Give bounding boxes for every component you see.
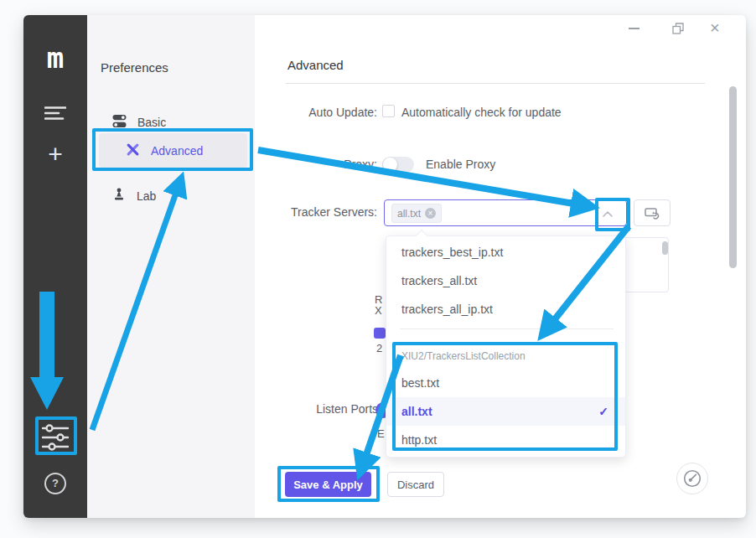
- proxy-toggle-label: Enable Proxy: [426, 158, 495, 171]
- dropdown-divider: [400, 328, 614, 329]
- dropdown-item[interactable]: best.txt: [386, 369, 625, 397]
- update-trackers-button[interactable]: [634, 199, 671, 226]
- tag-label: all.txt: [397, 208, 421, 220]
- auto-update-label: Auto Update:: [225, 106, 377, 119]
- auto-update-checkbox[interactable]: [382, 105, 395, 117]
- sidebar-item-label: Advanced: [151, 144, 203, 158]
- task-list-icon[interactable]: [23, 106, 87, 121]
- sync-icon: [645, 206, 660, 220]
- app-window: m + ? Preferences: [23, 15, 746, 518]
- speed-gauge-button[interactable]: [676, 463, 708, 494]
- add-task-icon[interactable]: +: [23, 142, 87, 166]
- occluded-chip-fragment: [374, 328, 386, 339]
- dropdown-item[interactable]: trackers_best_ip.txt: [386, 238, 625, 266]
- check-icon: ✓: [598, 397, 608, 426]
- chevron-up-icon[interactable]: [603, 211, 613, 217]
- textarea-scrollbar-thumb[interactable]: [662, 241, 668, 255]
- settings-sliders-icon[interactable]: [23, 424, 87, 451]
- basic-toggles-icon: [112, 114, 127, 131]
- tracker-servers-label: Tracker Servers:: [225, 205, 377, 219]
- save-apply-button[interactable]: Save & Apply: [285, 472, 371, 497]
- dropdown-item[interactable]: trackers_all.txt: [386, 266, 625, 295]
- help-icon[interactable]: ?: [23, 473, 87, 494]
- preferences-panel: Preferences Basic Advanced: [87, 15, 255, 518]
- dropdown-item[interactable]: http.txt: [386, 426, 625, 454]
- wrench-screwdriver-icon: [126, 142, 140, 159]
- tracker-servers-select[interactable]: all.txt ×: [384, 199, 627, 226]
- gauge-icon: [682, 468, 702, 489]
- main-scrollbar-thumb[interactable]: [729, 86, 737, 268]
- tag-remove-icon[interactable]: ×: [425, 208, 436, 219]
- dropdown-group-label: XIU2/TrackersListCollection: [401, 348, 526, 365]
- auto-update-checkbox-label: Automatically check for update: [401, 106, 562, 119]
- minimize-button[interactable]: [629, 28, 639, 29]
- dropdown-item-selected[interactable]: all.txt ✓: [386, 397, 625, 426]
- title-divider: [286, 83, 705, 84]
- occluded-text-fragment: E: [377, 428, 385, 439]
- restore-button[interactable]: [672, 23, 684, 38]
- discard-button[interactable]: Discard: [387, 472, 444, 497]
- lab-stamp-icon: [112, 188, 126, 204]
- selected-tracker-tag[interactable]: all.txt ×: [391, 204, 442, 223]
- proxy-label: Proxy:: [225, 158, 377, 171]
- tracker-dropdown: trackers_best_ip.txt trackers_all.txt tr…: [386, 235, 626, 458]
- close-button[interactable]: ×: [710, 18, 720, 37]
- page-title: Advanced: [287, 58, 344, 72]
- motrix-logo: m: [23, 44, 87, 72]
- dropdown-item-label: all.txt: [401, 405, 432, 418]
- listen-ports-label: Listen Ports:: [225, 402, 381, 416]
- proxy-toggle[interactable]: [382, 157, 414, 173]
- occluded-text-fragment: X: [375, 305, 382, 316]
- panel-title: Preferences: [101, 60, 168, 75]
- sidebar-item-label: Lab: [137, 189, 156, 203]
- sidebar: m + ?: [23, 15, 87, 518]
- occluded-text-fragment: 2: [376, 343, 382, 354]
- dropdown-item[interactable]: trackers_all_ip.txt: [386, 295, 625, 323]
- sidebar-item-label: Basic: [137, 116, 166, 129]
